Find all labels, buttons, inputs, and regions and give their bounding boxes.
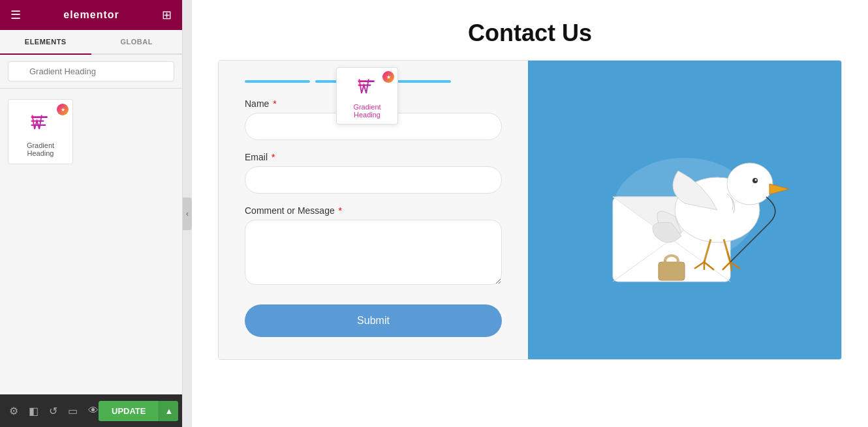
submit-button[interactable]: Submit (245, 304, 502, 337)
floating-widget-badge: ★ (382, 71, 394, 83)
image-side (528, 61, 841, 359)
floating-widget-icon (356, 76, 379, 99)
svg-marker-13 (769, 184, 789, 194)
widget-badge: ★ (57, 104, 69, 115)
layers-icon[interactable]: ◧ (29, 405, 39, 417)
tab-global[interactable]: GLOBAL (91, 30, 183, 53)
name-required: * (270, 98, 276, 109)
deco-circle (613, 158, 756, 262)
widget-area: ★ Gradient Heading (0, 89, 182, 394)
update-button[interactable]: UPDATE (99, 401, 159, 421)
floating-widget-tooltip[interactable]: ★ Gradient Heading (336, 67, 398, 125)
email-required: * (269, 152, 275, 162)
search-bar: 🔍 (0, 55, 182, 89)
svg-rect-0 (31, 116, 48, 118)
eye-icon[interactable]: 👁 (88, 405, 99, 417)
hamburger-icon[interactable]: ☰ (10, 8, 21, 22)
floating-widget-label: Gradient Heading (343, 103, 391, 119)
left-panel: ☰ elementor ⊞ ELEMENTS GLOBAL 🔍 ★ (0, 0, 183, 427)
right-canvas: Contact Us ★ (192, 0, 868, 427)
history-icon[interactable]: ↺ (49, 405, 57, 417)
widget-icon-box (27, 110, 54, 136)
grid-icon[interactable]: ⊞ (162, 8, 172, 22)
email-input[interactable] (245, 166, 502, 194)
update-btn-wrap: UPDATE ▲ (99, 401, 178, 421)
bottom-icons: ⚙ ◧ ↺ ▭ 👁 (9, 405, 99, 417)
top-bar: ☰ elementor ⊞ (0, 0, 182, 30)
form-side: ★ Gradient Heading (219, 61, 528, 359)
message-textarea[interactable] (245, 220, 502, 285)
svg-rect-3 (358, 80, 374, 82)
tabs-row: ELEMENTS GLOBAL (0, 30, 182, 55)
collapse-handle[interactable]: ‹ (183, 198, 192, 230)
page-title-area: Contact Us (192, 0, 868, 60)
elementor-logo: elementor (63, 9, 119, 21)
gradient-heading-widget[interactable]: ★ Gradient Heading (8, 99, 73, 164)
email-label: Email * (245, 152, 502, 162)
tab-elements[interactable]: ELEMENTS (0, 30, 91, 55)
page-title: Contact Us (192, 20, 868, 47)
tab-indicator-1 (245, 80, 310, 83)
message-label: Comment or Message * (245, 205, 502, 216)
message-required: * (336, 205, 342, 216)
update-arrow-button[interactable]: ▲ (159, 401, 178, 421)
preview-icon[interactable]: ▭ (68, 405, 78, 417)
svg-point-15 (755, 179, 757, 181)
email-field: Email * (245, 152, 502, 194)
search-input[interactable] (8, 61, 174, 81)
bottom-bar: ⚙ ◧ ↺ ▭ 👁 UPDATE ▲ (0, 394, 182, 427)
widget-label: Gradient Heading (15, 141, 66, 157)
settings-icon[interactable]: ⚙ (9, 405, 18, 417)
contact-section: ★ Gradient Heading (218, 60, 842, 360)
message-field: Comment or Message * (245, 205, 502, 287)
